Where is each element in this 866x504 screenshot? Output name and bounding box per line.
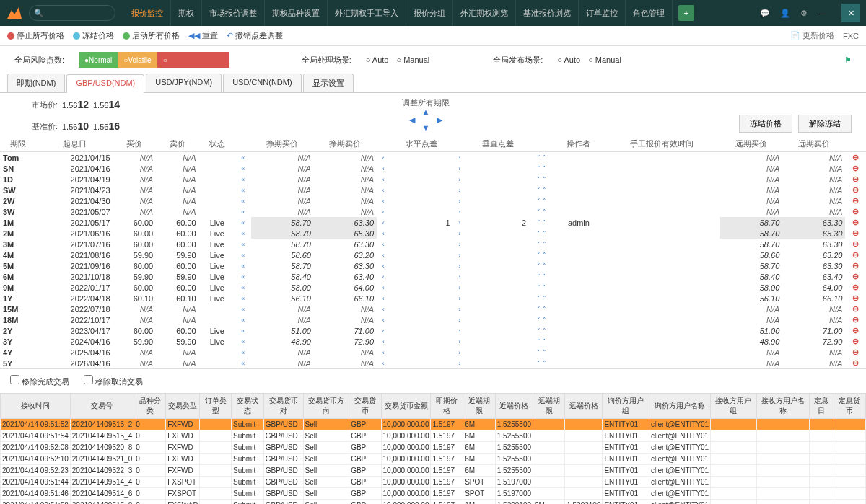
freeze-button[interactable]: 冻结价格 bbox=[73, 30, 114, 41]
nav-item-7[interactable]: 基准报价浏览 bbox=[516, 0, 579, 26]
order-row[interactable]: 2021/04/14 09:51:522021041409515_20FXFWD… bbox=[1, 419, 866, 430]
update-price-button[interactable]: 📄 更新价格 bbox=[790, 30, 834, 41]
order-row[interactable]: 2021/04/14 09:52:102021041409521_00FXFWD… bbox=[1, 454, 866, 465]
proc-radio[interactable]: ○ Auto ○ Manual bbox=[366, 56, 436, 64]
nav-item-8[interactable]: 订单监控 bbox=[579, 0, 626, 26]
nav-item-3[interactable]: 期权品种设置 bbox=[265, 0, 328, 26]
unfreeze-button[interactable]: 解除冻结 bbox=[798, 115, 852, 133]
order-row[interactable]: 2021/04/14 09:51:542021041409515_40FXFWD… bbox=[1, 430, 866, 442]
reset-button[interactable]: ◀◀重置 bbox=[188, 30, 218, 41]
tenor-row[interactable]: 18M2022/10/17N/AN/A«N/AN/A‹›˅ ˄N/AN/A⊖ bbox=[0, 314, 866, 325]
toolbar: 停止所有价格 冻结价格 启动所有价格 ◀◀重置 ↶撤销点差调整 📄 更新价格 F… bbox=[0, 26, 866, 46]
nav-item-1[interactable]: 期权 bbox=[171, 0, 202, 26]
stop-all-button[interactable]: 停止所有价格 bbox=[7, 30, 64, 41]
search-icon: 🔍 bbox=[34, 9, 44, 18]
tenor-row[interactable]: 9M2022/01/1760.0060.00Live«58.0064.00‹›˅… bbox=[0, 282, 866, 293]
pub-label: 全局发布场景: bbox=[493, 55, 543, 66]
gear-icon[interactable]: ⚙ bbox=[800, 9, 808, 18]
flag-icon[interactable]: ⚑ bbox=[844, 56, 852, 65]
pub-radio[interactable]: ○ Auto ○ Manual bbox=[557, 56, 627, 64]
order-grid: 接收时间交易号品种分类交易类型订单类型交易状态交易货币对交易货币方向交易货币交易… bbox=[0, 393, 866, 504]
tenor-row[interactable]: 1M2021/05/1760.0060.00Live«58.7063.30‹1›… bbox=[0, 217, 866, 228]
tenor-row[interactable]: 5M2021/09/1660.0060.00Live«58.7063.30‹›˅… bbox=[0, 260, 866, 271]
chat-icon[interactable]: 💬 bbox=[760, 9, 770, 18]
filter-row: 移除完成交易 移除取消交易 bbox=[0, 368, 866, 393]
search-input[interactable] bbox=[47, 8, 105, 19]
adjust-label: 调整所有期限 bbox=[159, 97, 693, 108]
risk-label: 全局风险点数: bbox=[14, 55, 64, 66]
undo-spread-button[interactable]: ↶撤销点差调整 bbox=[227, 30, 283, 41]
start-all-button[interactable]: 启动所有价格 bbox=[123, 30, 180, 41]
tenor-grid: 期限起息日买价卖价状态挣期买价挣期卖价水平点差垂直点差操作者手工报价有效时间远期… bbox=[0, 136, 866, 368]
add-tab-button[interactable]: + bbox=[678, 5, 694, 21]
order-row[interactable]: 2021/04/14 09:52:082021041409520_80FXFWD… bbox=[1, 442, 866, 454]
proc-label: 全局处理场景: bbox=[302, 55, 351, 66]
tenor-row[interactable]: 3M2021/07/1660.0060.00Live«58.7063.30‹›˅… bbox=[0, 239, 866, 249]
nav-item-4[interactable]: 外汇期权手工导入 bbox=[328, 0, 406, 26]
price-panel: 市场价: 1.5612 1.5614 基准价: 1.5610 1.5616 调整… bbox=[0, 93, 866, 136]
order-row[interactable]: 2021/04/14 09:51:462021041409514_60FXSPO… bbox=[1, 488, 866, 500]
tab-2[interactable]: USD/JPY(NDM) bbox=[146, 74, 222, 92]
tab-3[interactable]: USD/CNN(NDM) bbox=[223, 74, 302, 92]
minimize-icon[interactable]: — bbox=[818, 9, 826, 17]
tenor-row[interactable]: 3W2021/05/07N/AN/A«N/AN/A‹›˅ ˄N/AN/A⊖ bbox=[0, 206, 866, 217]
settings-row: 全局风险点数: ● Normal ○ Volatile ○ 全局处理场景: ○ … bbox=[0, 46, 866, 74]
nav-item-5[interactable]: 报价分组 bbox=[406, 0, 453, 26]
code-label: FXC bbox=[843, 32, 859, 40]
tenor-row[interactable]: 1D2021/04/19N/AN/A«N/AN/A‹›˅ ˄N/AN/A⊖ bbox=[0, 174, 866, 185]
base-bid: 1.5610 bbox=[62, 120, 89, 132]
tenor-row[interactable]: 6M2021/10/1859.9059.90Live«58.4063.40‹›˅… bbox=[0, 271, 866, 282]
tenor-row[interactable]: 2Y2023/04/1760.0060.00Live«51.0071.00‹›˅… bbox=[0, 325, 866, 336]
order-row[interactable]: 2021/04/14 09:52:232021041409522_30FXFWD… bbox=[1, 465, 866, 477]
tenor-row[interactable]: SN2021/04/16N/AN/A«N/AN/A‹›˅ ˄N/AN/A⊖ bbox=[0, 163, 866, 174]
tenor-row[interactable]: 3Y2024/04/1659.9059.90Live«48.9072.90‹›˅… bbox=[0, 336, 866, 347]
nav-item-2[interactable]: 市场报价调整 bbox=[202, 0, 265, 26]
tenor-row[interactable]: 15M2022/07/18N/AN/A«N/AN/A‹›˅ ˄N/AN/A⊖ bbox=[0, 304, 866, 314]
order-row[interactable]: 2021/04/14 09:51:582021041409515_80FXSWA… bbox=[1, 500, 866, 505]
user-icon[interactable]: 👤 bbox=[780, 9, 790, 18]
remove-cancel-checkbox[interactable]: 移除取消交易 bbox=[84, 375, 143, 387]
tab-4[interactable]: 显示设置 bbox=[303, 74, 354, 92]
tenor-row[interactable]: 5Y2026/04/16N/AN/A«N/AN/A‹›˅ ˄N/AN/A⊖ bbox=[0, 358, 866, 368]
tenor-row[interactable]: 2W2021/04/30N/AN/A«N/AN/A‹›˅ ˄N/AN/A⊖ bbox=[0, 195, 866, 206]
adjust-arrows[interactable]: ▲ ◀▶ ▼ bbox=[159, 108, 693, 132]
nav-item-9[interactable]: 角色管理 bbox=[626, 0, 673, 26]
risk-level-selector[interactable]: ● Normal ○ Volatile ○ bbox=[79, 52, 229, 68]
close-button[interactable]: ✕ bbox=[841, 4, 860, 22]
tab-0[interactable]: 即期(NDM) bbox=[7, 74, 65, 92]
market-bid: 1.5612 bbox=[62, 99, 89, 110]
market-ask: 1.5614 bbox=[93, 99, 120, 110]
tenor-row[interactable]: Tom2021/04/15N/AN/A«N/AN/A‹›˅ ˄N/AN/A⊖ bbox=[0, 152, 866, 164]
tenor-row[interactable]: 4M2021/08/1659.9059.90Live«58.6063.20‹›˅… bbox=[0, 249, 866, 260]
remove-done-checkbox[interactable]: 移除完成交易 bbox=[10, 375, 69, 387]
freeze-price-button[interactable]: 冻结价格 bbox=[739, 115, 792, 133]
instrument-tabs: 即期(NDM)GBP/USD(NDM)USD/JPY(NDM)USD/CNN(N… bbox=[0, 74, 866, 93]
app-logo-icon bbox=[6, 4, 23, 22]
tab-1[interactable]: GBP/USD(NDM) bbox=[66, 74, 144, 93]
tenor-row[interactable]: 4Y2025/04/16N/AN/A«N/AN/A‹›˅ ˄N/AN/A⊖ bbox=[0, 347, 866, 358]
tenor-row[interactable]: SW2021/04/23N/AN/A«N/AN/A‹›˅ ˄N/AN/A⊖ bbox=[0, 185, 866, 195]
search-box[interactable]: 🔍 bbox=[29, 5, 115, 21]
base-ask: 1.5616 bbox=[93, 120, 120, 132]
tenor-row[interactable]: 1Y2022/04/1860.1060.10Live«56.1066.10‹›˅… bbox=[0, 293, 866, 304]
tenor-row[interactable]: 2M2021/06/1660.0060.00Live«58.7065.30‹›˅… bbox=[0, 228, 866, 239]
top-nav: 🔍 报价监控期权市场报价调整期权品种设置外汇期权手工导入报价分组外汇期权浏览基准… bbox=[0, 0, 866, 26]
nav-item-0[interactable]: 报价监控 bbox=[124, 0, 171, 26]
order-row[interactable]: 2021/04/14 09:51:442021041409514_40FXSPO… bbox=[1, 477, 866, 488]
nav-item-6[interactable]: 外汇期权浏览 bbox=[453, 0, 516, 26]
